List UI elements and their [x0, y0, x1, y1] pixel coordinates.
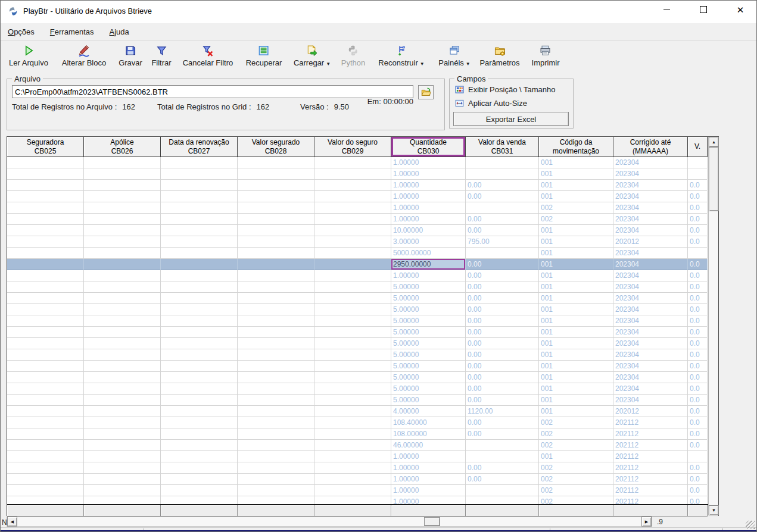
grid-cell[interactable]: 0.00 [466, 372, 539, 383]
grid-cell[interactable] [238, 474, 314, 485]
grid-cell[interactable]: 002 [539, 440, 613, 451]
grid-cell[interactable] [161, 168, 238, 180]
grid-cell[interactable] [314, 383, 391, 395]
grid-cell[interactable] [161, 338, 238, 349]
grid-cell[interactable]: 0.0 [688, 327, 708, 338]
grid-cell[interactable] [84, 191, 161, 202]
grid-cell[interactable]: 0.0 [688, 474, 708, 485]
grid-cell[interactable] [161, 270, 238, 281]
grid-cell[interactable]: 0.0 [688, 225, 708, 236]
grid-row[interactable]: 108.400000.000022021120.0 [7, 417, 718, 428]
file-path-input[interactable] [12, 85, 413, 98]
grid-cell[interactable] [161, 383, 238, 395]
grid-cell[interactable] [161, 372, 238, 383]
grid-cell[interactable] [7, 168, 84, 180]
grid-cell[interactable]: 1.00000 [391, 157, 466, 168]
column-header-(MMAAAA)[interactable]: Corrigido até(MMAAAA) [613, 137, 688, 157]
grid-cell[interactable] [238, 485, 314, 496]
grid-cell[interactable] [161, 259, 238, 270]
grid-cell[interactable]: 202112 [613, 428, 688, 440]
grid-cell[interactable] [238, 259, 314, 270]
grid-cell[interactable] [314, 236, 391, 248]
grid-cell[interactable]: 0.0 [688, 383, 708, 395]
grid-cell[interactable]: 2950.00000 [391, 259, 466, 270]
grid-cell[interactable] [238, 281, 314, 293]
grid-cell[interactable] [238, 451, 314, 462]
grid-cell[interactable]: 002 [539, 474, 613, 485]
grid-cell[interactable] [314, 462, 391, 474]
grid-cell[interactable]: 202304 [613, 383, 688, 395]
grid-cell[interactable]: 001 [539, 270, 613, 281]
grid-cell[interactable]: 0.0 [688, 496, 708, 504]
grid-cell[interactable] [314, 361, 391, 372]
grid-cell[interactable]: 0.0 [688, 191, 708, 202]
grid-cell[interactable] [238, 191, 314, 202]
grid-cell[interactable]: 0.00 [466, 338, 539, 349]
grid-cell[interactable] [7, 428, 84, 440]
scroll-up-button[interactable]: ▲ [709, 137, 719, 147]
grid-cell[interactable] [238, 304, 314, 315]
grid-cell[interactable]: 001 [539, 304, 613, 315]
grid-cell[interactable]: 5.00000 [391, 304, 466, 315]
grid-cell[interactable] [238, 248, 314, 259]
grid-cell[interactable] [466, 168, 539, 180]
grid-cell[interactable]: 0.00 [466, 383, 539, 395]
vertical-scrollbar[interactable]: ▲ ▼ [708, 137, 718, 515]
grid-cell[interactable] [7, 406, 84, 417]
menu-item-ferramentas[interactable]: Ferramentas [50, 27, 94, 36]
grid-cell[interactable]: 0.00 [466, 180, 539, 191]
grid-cell[interactable] [314, 315, 391, 327]
grid-cell[interactable]: 0.00 [466, 225, 539, 236]
grid-cell[interactable] [84, 349, 161, 361]
grid-cell[interactable] [161, 417, 238, 428]
grid-row[interactable]: 5.000000.000012023040.0 [7, 315, 718, 327]
grid-cell[interactable] [314, 474, 391, 485]
grid-cell[interactable] [7, 462, 84, 474]
grid-cell[interactable]: 0.00 [466, 349, 539, 361]
grid-cell[interactable] [238, 327, 314, 338]
toolbar-button-print[interactable]: Imprimir [532, 44, 560, 67]
grid-cell[interactable]: 0.0 [688, 417, 708, 428]
grid-cell[interactable] [84, 406, 161, 417]
grid-cell[interactable] [7, 485, 84, 496]
grid-cell[interactable] [7, 372, 84, 383]
grid-cell[interactable] [7, 395, 84, 406]
grid-cell[interactable]: 0.0 [688, 259, 708, 270]
grid-cell[interactable] [161, 225, 238, 236]
grid-cell[interactable]: 1.00000 [391, 474, 466, 485]
grid-cell[interactable] [314, 191, 391, 202]
grid-row[interactable]: 46.000000022021120.0 [7, 440, 718, 451]
grid-cell[interactable] [238, 293, 314, 304]
grid-cell[interactable]: 1.00000 [391, 214, 466, 225]
grid-cell[interactable] [7, 281, 84, 293]
grid-cell[interactable] [238, 440, 314, 451]
grid-cell[interactable]: 001 [539, 293, 613, 304]
menu-item-opcoes[interactable]: Opções [8, 27, 35, 36]
grid-cell[interactable]: 0.0 [688, 315, 708, 327]
grid-cell[interactable]: 0.0 [688, 202, 708, 214]
menu-item-ajuda[interactable]: Ajuda [110, 27, 129, 36]
toolbar-button-save[interactable]: Gravar [119, 44, 142, 67]
toolbar-button-play[interactable]: Ler Arquivo [9, 44, 48, 67]
grid-cell[interactable]: 0.00 [466, 462, 539, 474]
grid-cell[interactable]: 1.00000 [391, 168, 466, 180]
grid-row[interactable]: 1.000000.000012023040.0 [7, 180, 718, 191]
grid-cell[interactable]: 0.00 [466, 315, 539, 327]
auto-size-button[interactable]: Aplicar Auto-Size [454, 98, 527, 108]
grid-cell[interactable] [314, 281, 391, 293]
grid-row[interactable]: 3.00000795.000012020120.0 [7, 236, 718, 248]
grid-cell[interactable]: 4.00000 [391, 406, 466, 417]
grid-row[interactable]: 5.000000.000012023040.0 [7, 338, 718, 349]
grid-cell[interactable] [161, 180, 238, 191]
grid-cell[interactable]: 001 [539, 157, 613, 168]
grid-cell[interactable] [7, 191, 84, 202]
toolbar-button-pencil[interactable]: Alterar Bloco [62, 44, 106, 67]
grid-cell[interactable]: 0.00 [466, 327, 539, 338]
grid-cell[interactable] [84, 485, 161, 496]
grid-cell[interactable] [84, 428, 161, 440]
column-header-CB027[interactable]: Data da renovaçãoCB027 [161, 137, 238, 157]
grid-cell[interactable]: 5.00000 [391, 338, 466, 349]
grid-row[interactable]: 5.000000.000012023040.0 [7, 361, 718, 372]
grid-cell[interactable] [238, 157, 314, 168]
toolbar-button-load[interactable]: Carregar▼ [294, 44, 331, 67]
